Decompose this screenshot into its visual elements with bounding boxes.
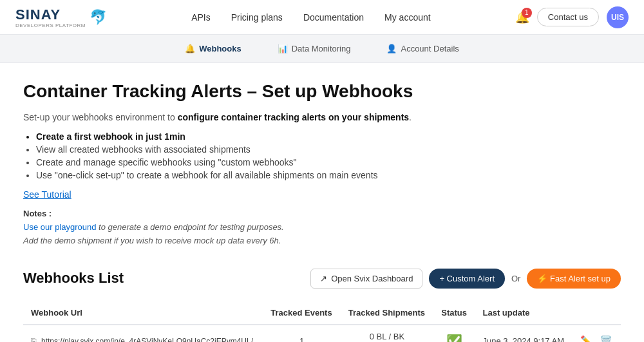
cell-tracked-events: 1 [263,325,340,342]
logo: SINAY DEVELOPERS PLATFORM 🐬 [15,6,107,28]
notes-text: Use our playground to generate a demo en… [23,221,621,248]
table-row: ⎘ https://play.svix.com/in/e_4rASViNyKeL… [23,325,621,342]
sub-nav-webhooks[interactable]: 🔔 Webhooks [180,41,247,56]
avatar-button[interactable]: UIS [607,6,629,28]
page-title: Container Tracking Alerts – Set up Webho… [23,81,621,102]
intro-text-start: Set-up your webhooks environment to [23,112,175,122]
action-icons: ✏️ 🗑️ [580,335,613,342]
bullet-1: Create a first webhook in just 1min [36,131,621,142]
or-text: Or [511,274,520,283]
bullet-4: Use "one-click set-up" to create a webho… [36,170,621,180]
chart-icon: 📊 [278,44,288,53]
open-svix-label: Open Svix Dashboard [331,274,413,283]
notes-label: Notes : [23,209,621,218]
nav-docs[interactable]: Documentation [303,12,364,23]
shipments-line1: 0 BL / BK [348,332,426,341]
table-header-row: Webhook Url Tracked Events Tracked Shipm… [23,301,621,325]
intro-text: Set-up your webhooks environment to conf… [23,112,621,122]
notes-line2: Add the demo shipment if you wish to rec… [23,236,281,245]
contact-button[interactable]: Contact us [537,8,599,26]
external-link-icon: ↗ [320,274,327,283]
notification-badge: 1 [522,8,532,18]
fast-alert-button[interactable]: ⚡ Fast Alert set up [527,269,621,289]
col-actions [573,301,621,325]
webhooks-actions: ↗ Open Svix Dashboard + Custom Alert Or … [310,269,621,289]
cell-actions: ✏️ 🗑️ [573,325,621,342]
feature-list: Create a first webhook in just 1min View… [23,131,621,180]
webhooks-header: Webhooks List ↗ Open Svix Dashboard + Cu… [23,269,621,289]
col-status: Status [433,301,475,325]
cell-last-update: June 3, 2024 9:17 AM [475,325,573,342]
table-header: Webhook Url Tracked Events Tracked Shipm… [23,301,621,325]
cell-status: ✅ [433,325,475,342]
nav-account[interactable]: My account [384,12,431,23]
edit-icon[interactable]: ✏️ [580,335,593,342]
sub-nav-webhooks-label: Webhooks [199,44,242,53]
logo-text: SINAY [15,6,86,23]
header-right: 🔔 1 Contact us UIS [515,6,629,28]
notification-button[interactable]: 🔔 1 [515,10,529,24]
bullet-2: View all created webhooks with associate… [36,144,621,155]
sub-nav-data-monitoring[interactable]: 📊 Data Monitoring [272,41,356,56]
webhooks-list-title: Webhooks List [23,270,124,287]
person-icon: 👤 [386,44,397,53]
col-url: Webhook Url [23,301,263,325]
open-svix-button[interactable]: ↗ Open Svix Dashboard [310,269,422,289]
nav-apis[interactable]: APIs [191,12,211,23]
status-check-icon: ✅ [446,334,462,342]
sub-nav-monitoring-label: Data Monitoring [292,44,351,53]
col-tracked-events: Tracked Events [263,301,340,325]
main-nav: APIs Pricing plans Documentation My acco… [191,12,431,23]
bullet-3: Create and manage specific webhooks usin… [36,157,621,167]
table-body: ⎘ https://play.svix.com/in/e_4rASViNyKeL… [23,325,621,342]
notes-section: Notes : Use our playground to generate a… [23,209,621,248]
col-last-update: Last update [475,301,573,325]
col-tracked-shipments: Tracked Shipments [341,301,433,325]
webhooks-table: Webhook Url Tracked Events Tracked Shipm… [23,301,621,342]
main-content: Container Tracking Alerts – Set up Webho… [0,63,644,342]
logo-fish-icon: 🐬 [90,9,107,26]
nav-pricing[interactable]: Pricing plans [231,12,283,23]
intro-text-end: . [409,112,412,122]
playground-link[interactable]: Use our playground [23,222,96,232]
notes-line1-rest: to generate a demo endpoint for testing … [96,222,283,232]
sub-nav: 🔔 Webhooks 📊 Data Monitoring 👤 Account D… [0,35,644,63]
url-text: https://play.svix.com/in/e_4rASViNyKeLO9… [41,337,253,342]
copy-icon[interactable]: ⎘ [31,336,36,342]
custom-alert-button[interactable]: + Custom Alert [429,269,505,289]
tutorial-link[interactable]: See Tutorial [23,189,71,200]
sub-nav-account-details[interactable]: 👤 Account Details [381,41,464,56]
delete-icon[interactable]: 🗑️ [600,335,612,342]
bell-icon: 🔔 [185,44,195,53]
webhooks-section: Webhooks List ↗ Open Svix Dashboard + Cu… [23,269,621,342]
header: SINAY DEVELOPERS PLATFORM 🐬 APIs Pricing… [0,0,644,35]
logo-sub: DEVELOPERS PLATFORM [15,23,86,28]
sub-nav-account-label: Account Details [401,44,459,53]
cell-url: ⎘ https://play.svix.com/in/e_4rASViNyKeL… [23,325,263,342]
url-cell: ⎘ https://play.svix.com/in/e_4rASViNyKeL… [31,336,255,342]
intro-text-bold: configure container tracking alerts on y… [178,112,409,122]
cell-tracked-shipments: 0 BL / BK 1 Container(s) [341,325,433,342]
